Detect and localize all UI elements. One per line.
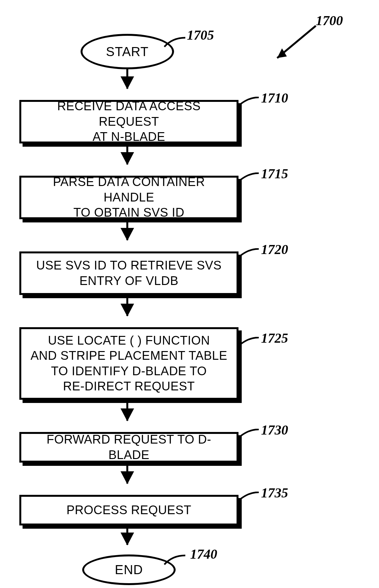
arrow-start-to-1	[126, 69, 128, 89]
process-5-wrap: FORWARD REQUEST TO D-BLADE	[19, 432, 238, 463]
process-1-ref: 1710	[261, 90, 288, 106]
start-terminator-wrap: START	[81, 34, 174, 69]
process-4-ref: 1725	[261, 330, 288, 346]
process-4-ref-hook	[238, 337, 260, 348]
process-1: RECEIVE DATA ACCESS REQUEST AT N-BLADE	[19, 100, 238, 143]
process-3-ref: 1720	[261, 242, 288, 257]
process-2-text: PARSE DATA CONTAINER HANDLE TO OBTAIN SV…	[28, 174, 230, 220]
process-3-ref-hook	[238, 248, 260, 260]
end-terminator-wrap: END	[82, 554, 176, 587]
arrow-6-to-end	[126, 529, 128, 545]
arrow-5-to-6	[126, 466, 128, 484]
end-ref-hook	[163, 554, 189, 567]
process-5: FORWARD REQUEST TO D-BLADE	[19, 432, 238, 463]
svg-marker-1	[277, 48, 287, 58]
process-2-ref: 1715	[261, 166, 288, 181]
figure-id-label: 1700	[316, 13, 343, 28]
process-2-wrap: PARSE DATA CONTAINER HANDLE TO OBTAIN SV…	[19, 176, 238, 219]
process-5-text: FORWARD REQUEST TO D-BLADE	[28, 432, 230, 463]
arrow-4-to-5	[126, 403, 128, 421]
end-label: END	[115, 563, 143, 577]
process-6-ref: 1735	[261, 485, 288, 501]
process-6-wrap: PROCESS REQUEST	[19, 495, 238, 525]
process-4: USE LOCATE ( ) FUNCTION AND STRIPE PLACE…	[19, 327, 238, 400]
process-5-ref-hook	[238, 429, 260, 440]
process-2-ref-hook	[238, 172, 260, 184]
process-3-text: USE SVS ID TO RETRIEVE SVS ENTRY OF VLDB	[36, 258, 221, 289]
flowchart-canvas: 1700 START 1705 RECEIVE DATA ACCESS REQU…	[0, 0, 379, 588]
process-3: USE SVS ID TO RETRIEVE SVS ENTRY OF VLDB	[19, 251, 238, 295]
end-ref-label: 1740	[190, 546, 217, 562]
process-1-wrap: RECEIVE DATA ACCESS REQUEST AT N-BLADE	[19, 100, 238, 143]
process-1-text: RECEIVE DATA ACCESS REQUEST AT N-BLADE	[28, 99, 230, 145]
process-2: PARSE DATA CONTAINER HANDLE TO OBTAIN SV…	[19, 176, 238, 219]
arrow-1-to-2	[126, 147, 128, 164]
start-ref-label: 1705	[187, 27, 214, 43]
process-4-text: USE LOCATE ( ) FUNCTION AND STRIPE PLACE…	[31, 333, 228, 394]
process-6-ref-hook	[238, 492, 260, 503]
process-4-wrap: USE LOCATE ( ) FUNCTION AND STRIPE PLACE…	[19, 327, 238, 400]
start-ref-hook	[163, 36, 189, 49]
start-label: START	[106, 44, 149, 59]
process-3-wrap: USE SVS ID TO RETRIEVE SVS ENTRY OF VLDB	[19, 251, 238, 295]
arrow-3-to-4	[126, 298, 128, 316]
process-6-text: PROCESS REQUEST	[66, 503, 191, 518]
arrow-2-to-3	[126, 222, 128, 240]
process-1-ref-hook	[238, 97, 260, 108]
figure-id-lead-arrow	[264, 23, 319, 64]
start-terminator: START	[81, 34, 174, 69]
process-6: PROCESS REQUEST	[19, 495, 238, 525]
process-5-ref: 1730	[261, 422, 288, 438]
end-terminator: END	[82, 554, 176, 585]
